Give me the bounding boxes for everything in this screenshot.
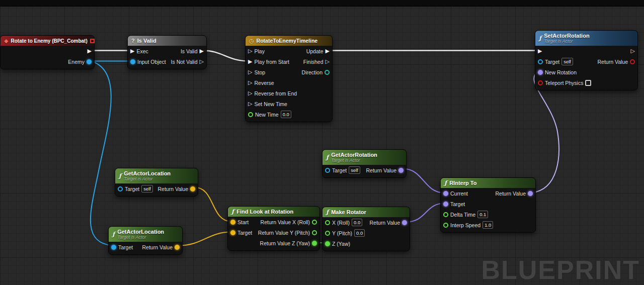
delta-time-value-field[interactable]: 0.1 [477, 211, 488, 218]
pin-label: Set New Time [254, 101, 287, 107]
exec-in-pin[interactable]: ▶ [130, 48, 134, 54]
node-header[interactable]: ◆ Rotate to Enemy (BPC_Combat) [1, 36, 94, 46]
pin-label: New Time [255, 112, 279, 118]
node-get-actor-location-self[interactable]: ƒ GetActorLocation Target is Actor Targe… [115, 168, 198, 197]
return-value-pin[interactable] [402, 220, 407, 225]
pin-label: Target [450, 201, 465, 207]
node-get-actor-location-enemy[interactable]: ƒ GetActorLocation Target is Actor Targe… [108, 226, 183, 255]
pin-label: Target [237, 230, 252, 236]
node-title: Is Valid [137, 38, 156, 44]
target-pin[interactable] [443, 202, 448, 207]
wire-exec-isvalid-to-playfromstart[interactable] [203, 51, 249, 61]
new-time-value-field[interactable]: 0.0 [281, 111, 291, 118]
current-pin[interactable] [443, 191, 448, 196]
function-icon: ƒ [119, 172, 121, 179]
node-header[interactable]: ƒ SetActorRotation Target is Actor [535, 31, 637, 46]
set-new-time-exec-pin[interactable]: ▷ [248, 101, 252, 107]
target-value-field[interactable]: self [561, 58, 573, 65]
is-not-valid-exec-out-pin[interactable]: ▷ [200, 59, 204, 64]
new-time-pin[interactable] [248, 112, 253, 117]
x-roll-pin[interactable] [325, 220, 330, 225]
node-header[interactable]: ƒ GetActorRotation Target is Actor [323, 150, 406, 165]
reverse-exec-pin[interactable]: ▷ [248, 80, 252, 85]
return-value-pin[interactable] [528, 191, 533, 196]
pin-label: Target [125, 186, 139, 192]
play-from-start-exec-pin[interactable]: ▶ [248, 59, 252, 64]
input-object-pin[interactable] [130, 59, 135, 64]
node-rotate-to-enemy-timeline[interactable]: ◷ RotateToEnemyTimeline ▷ Play Update ▶ … [245, 35, 333, 122]
pin-label: Return Value [597, 59, 628, 65]
node-title: RInterp To [449, 180, 476, 186]
pin-label: X (Roll) [332, 220, 350, 226]
node-set-actor-rotation[interactable]: ƒ SetActorRotation Target is Actor ▶ ▷ T… [535, 30, 638, 90]
blueprint-graph-canvas[interactable]: ◆ Rotate to Enemy (BPC_Combat) ▶ Enemy ?… [0, 0, 644, 285]
update-exec-pin[interactable]: ▶ [326, 48, 330, 54]
pin-label: Is Valid [181, 48, 198, 54]
return-value-pin[interactable] [630, 59, 635, 64]
x-roll-value-field[interactable]: 0.0 [352, 219, 362, 226]
wire-vector-location2-to-target[interactable] [179, 232, 231, 246]
node-header[interactable]: ? Is Valid [128, 36, 206, 46]
target-value-field[interactable]: self [141, 185, 153, 193]
direction-pin[interactable] [325, 70, 330, 75]
node-rinterp-to[interactable]: ƒ RInterp To Current Return Value Target… [440, 177, 536, 233]
return-value-z-yaw-pin[interactable] [312, 241, 317, 246]
reverse-from-end-exec-pin[interactable]: ▷ [248, 90, 252, 96]
wire-vector-location1-to-start[interactable] [194, 187, 231, 222]
enemy-out-pin[interactable] [87, 59, 92, 64]
function-icon: ƒ [231, 208, 234, 215]
node-header[interactable]: ◷ RotateToEnemyTimeline [246, 36, 332, 46]
finished-exec-pin[interactable]: ▷ [326, 59, 330, 64]
node-find-look-at-rotation[interactable]: ƒ Find Look at Rotation Start Return Val… [227, 206, 320, 251]
interp-speed-value-field[interactable]: 1.0 [482, 221, 493, 229]
return-value-pin[interactable] [398, 168, 404, 173]
function-icon: ƒ [112, 231, 115, 238]
teleport-physics-checkbox[interactable] [585, 80, 591, 86]
pin-label: Direction [302, 69, 323, 75]
node-header[interactable]: ƒ GetActorLocation Target is Actor [109, 227, 182, 242]
wire-object-enemy-to-getactorlocation-target[interactable] [91, 61, 112, 246]
node-header[interactable]: ƒ RInterp To [441, 178, 535, 188]
node-is-valid[interactable]: ? Is Valid ▶ Exec Is Valid ▶ Input Objec… [127, 35, 207, 69]
y-pitch-pin[interactable] [325, 231, 330, 236]
target-pin[interactable] [230, 230, 235, 235]
play-exec-pin[interactable]: ▷ [248, 48, 252, 54]
stop-exec-pin[interactable]: ▷ [248, 69, 252, 75]
y-pitch-value-field[interactable]: 0.0 [354, 229, 365, 237]
target-pin[interactable] [538, 59, 543, 64]
node-get-actor-rotation[interactable]: ƒ GetActorRotation Target is Actor Targe… [322, 149, 407, 178]
node-subtitle: Target is Actor [544, 39, 589, 44]
return-value-pin[interactable] [190, 186, 195, 192]
delta-time-pin[interactable] [443, 212, 448, 217]
z-yaw-pin[interactable] [325, 241, 330, 246]
pin-label: Teleport Physics [545, 80, 583, 86]
start-pin[interactable] [230, 220, 235, 225]
pin-label: New Rotation [545, 69, 577, 75]
node-header[interactable]: ƒ Make Rotator [323, 207, 410, 217]
pin-label: Stop [254, 69, 265, 75]
wire-rotator-makerotator-to-target[interactable] [406, 204, 444, 222]
return-value-y-pitch-pin[interactable] [312, 230, 317, 235]
pin-label: Y (Pitch) [332, 230, 352, 236]
target-value-field[interactable]: self [349, 166, 360, 174]
node-event-rotate-to-enemy[interactable]: ◆ Rotate to Enemy (BPC_Combat) ▶ Enemy [0, 35, 95, 69]
new-rotation-pin[interactable] [538, 70, 543, 75]
target-pin[interactable] [111, 245, 116, 250]
node-header[interactable]: ƒ Find Look at Rotation [228, 207, 319, 217]
exec-out-pin[interactable]: ▶ [88, 48, 92, 54]
exec-in-pin[interactable]: ▶ [538, 48, 542, 54]
is-valid-exec-out-pin[interactable]: ▶ [200, 48, 204, 54]
return-value-x-roll-pin[interactable] [312, 220, 317, 225]
interp-speed-pin[interactable] [443, 223, 448, 228]
node-make-rotator[interactable]: ƒ Make Rotator X (Roll) 0.0 Return Value… [322, 207, 410, 251]
teleport-physics-pin[interactable] [538, 80, 543, 85]
target-pin[interactable] [118, 186, 123, 192]
return-value-pin[interactable] [175, 245, 180, 250]
node-header[interactable]: ƒ GetActorLocation Target is Actor [115, 168, 198, 183]
exec-out-pin[interactable]: ▷ [631, 48, 635, 54]
target-pin[interactable] [325, 168, 330, 173]
node-title: Rotate to Enemy (BPC_Combat) [11, 38, 87, 44]
pin-label: Return Value Y (Pitch) [258, 230, 310, 236]
pin-label: Target [332, 167, 347, 173]
wire-rotator-getactorrotation-to-current[interactable] [403, 169, 444, 193]
